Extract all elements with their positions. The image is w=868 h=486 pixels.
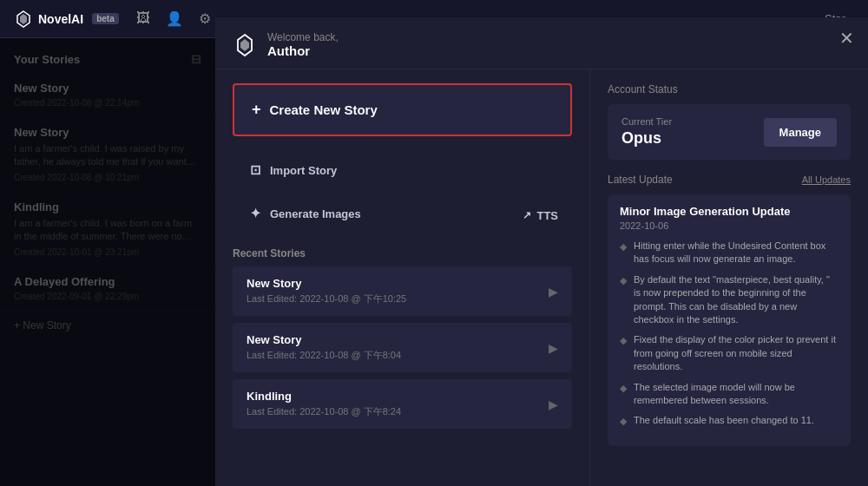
update-date: 2022-10-06 — [620, 220, 838, 231]
modal-close-button[interactable]: ✕ — [839, 28, 854, 49]
generate-icon: ✦ — [250, 206, 261, 221]
app-name: NovelAI — [38, 12, 83, 26]
account-status-title: Account Status — [608, 83, 851, 95]
bullet-text: Fixed the display of the color picker to… — [634, 333, 838, 373]
tier-box: Current Tier Opus Manage — [608, 104, 851, 160]
tier-info: Current Tier Opus — [621, 116, 672, 148]
story-item-date: Last Edited: 2022-10-08 @ 下午8:04 — [247, 349, 401, 362]
plus-icon: + — [252, 101, 261, 119]
generate-images-button[interactable]: ✦ Generate Images — [233, 194, 509, 233]
image-icon[interactable]: 🖼 — [136, 10, 150, 27]
import-story-button[interactable]: ⊡ Import Story — [233, 150, 572, 190]
update-bullets: ◆Hitting enter while the Undesired Conte… — [620, 240, 838, 429]
story-item-info: New Story Last Edited: 2022-10-08 @ 下午10… — [247, 277, 406, 305]
modal: ✕ Welcome back, Author + Create New Stor… — [215, 17, 868, 486]
bullet-text: By default the text "masterpiece, best q… — [634, 273, 838, 327]
story-item-title: New Story — [247, 277, 406, 290]
modal-left-column: + Create New Story ⊡ Import Story ✦ Gene… — [215, 69, 590, 486]
generate-tts-row: ✦ Generate Images ↗ TTS — [233, 194, 572, 237]
beta-badge: beta — [92, 13, 119, 24]
tier-label: Current Tier — [621, 116, 672, 127]
recent-stories-title: Recent Stories — [233, 247, 572, 259]
arrow-icon: ▶ — [549, 341, 558, 355]
story-item-date: Last Edited: 2022-10-08 @ 下午10:25 — [247, 292, 406, 305]
nav-icons: 🖼 👤 ⚙ — [136, 10, 211, 27]
recent-story-item[interactable]: New Story Last Edited: 2022-10-08 @ 下午8:… — [233, 323, 572, 372]
update-bullet-item: ◆The selected image model will now be re… — [620, 381, 838, 408]
latest-update-section-title: Latest Update — [608, 174, 673, 186]
external-link-icon: ↗ — [523, 209, 531, 221]
all-updates-link[interactable]: All Updates — [802, 174, 851, 185]
story-item-date: Last Edited: 2022-10-08 @ 下午8:24 — [247, 405, 401, 418]
update-bullet-item: ◆Fixed the display of the color picker t… — [620, 333, 838, 373]
create-new-story-button[interactable]: + Create New Story — [233, 83, 572, 136]
modal-right-column: Account Status Current Tier Opus Manage … — [590, 69, 868, 486]
svg-marker-3 — [240, 39, 249, 51]
update-bullet-item: ◆By default the text "masterpiece, best … — [620, 273, 838, 327]
update-bullet-item: ◆Hitting enter while the Undesired Conte… — [620, 240, 838, 266]
person-icon[interactable]: 👤 — [166, 10, 183, 27]
svg-marker-1 — [20, 14, 27, 24]
update-name: Minor Image Generation Update — [620, 205, 838, 218]
latest-update-header: Latest Update All Updates — [608, 174, 851, 186]
story-item-title: New Story — [247, 333, 401, 346]
app-logo[interactable]: NovelAI beta — [14, 10, 119, 29]
story-item-info: New Story Last Edited: 2022-10-08 @ 下午8:… — [247, 333, 401, 362]
logo-icon — [14, 10, 33, 29]
update-bullet-item: ◆The default scale has been changed to 1… — [620, 414, 838, 428]
arrow-icon: ▶ — [549, 397, 558, 411]
bullet-dot: ◆ — [620, 240, 627, 266]
author-name: Author — [267, 43, 339, 58]
update-box: Minor Image Generation Update 2022-10-06… — [608, 194, 851, 446]
story-item-title: Kindling — [247, 390, 401, 403]
modal-logo-icon — [233, 33, 257, 57]
modal-user-info: Welcome back, Author — [267, 31, 339, 58]
bullet-dot: ◆ — [620, 334, 627, 373]
arrow-icon: ▶ — [549, 285, 558, 299]
recent-story-item[interactable]: New Story Last Edited: 2022-10-08 @ 下午10… — [233, 266, 572, 316]
bullet-dot: ◆ — [620, 382, 627, 408]
import-icon: ⊡ — [250, 162, 261, 178]
welcome-text: Welcome back, — [267, 31, 339, 43]
recent-story-item[interactable]: Kindling Last Edited: 2022-10-08 @ 下午8:2… — [233, 379, 572, 429]
bullet-dot: ◆ — [620, 415, 627, 428]
bullet-dot: ◆ — [620, 274, 627, 327]
tier-name: Opus — [621, 129, 672, 148]
recent-stories-list: New Story Last Edited: 2022-10-08 @ 下午10… — [233, 266, 572, 429]
bullet-text: The default scale has been changed to 11… — [634, 414, 814, 428]
manage-button[interactable]: Manage — [764, 118, 837, 147]
bullet-text: The selected image model will now be rem… — [634, 381, 838, 408]
gear-icon[interactable]: ⚙ — [199, 10, 211, 27]
tts-button[interactable]: ↗ TTS — [509, 197, 572, 234]
modal-header: Welcome back, Author — [215, 17, 868, 69]
story-item-info: Kindling Last Edited: 2022-10-08 @ 下午8:2… — [247, 390, 401, 418]
modal-body: + Create New Story ⊡ Import Story ✦ Gene… — [215, 69, 868, 486]
bullet-text: Hitting enter while the Undesired Conten… — [634, 240, 838, 266]
